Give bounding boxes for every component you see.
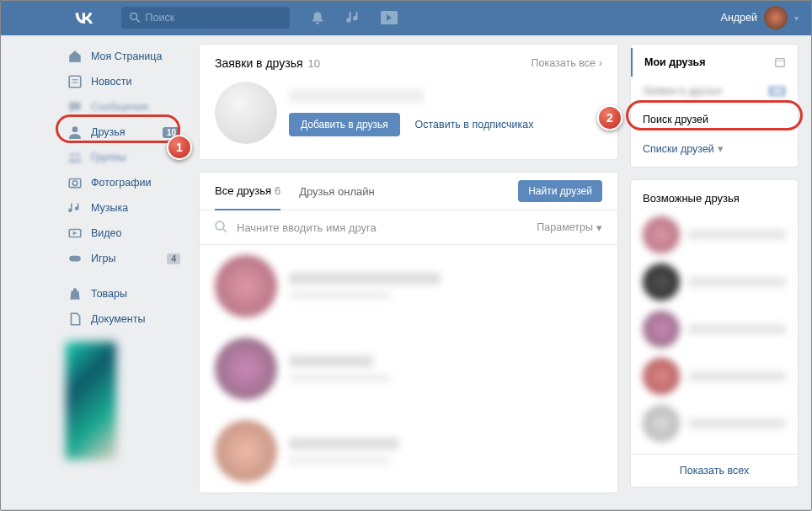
leave-subscriber-button[interactable]: Оставить в подписчиках bbox=[415, 119, 534, 130]
search-params-toggle[interactable]: Параметры ▾ bbox=[537, 221, 602, 234]
rnav-find-friends[interactable]: Поиск друзей 2 bbox=[631, 105, 798, 134]
requests-count: 10 bbox=[308, 57, 320, 70]
friend-row[interactable] bbox=[200, 410, 617, 492]
search-icon bbox=[130, 12, 141, 24]
possible-name-blurred bbox=[688, 324, 786, 334]
rnav-friend-lists[interactable]: Списки друзей ▾ bbox=[631, 134, 798, 163]
friend-name-blurred bbox=[289, 355, 373, 367]
find-friends-button[interactable]: Найти друзей bbox=[518, 180, 602, 202]
right-column: Мои друзья Заявки в друзья 10 Поиск друз… bbox=[630, 44, 799, 505]
possible-friend-row[interactable] bbox=[631, 400, 798, 447]
news-icon bbox=[67, 74, 83, 89]
svg-line-13 bbox=[223, 229, 227, 232]
friend-sub-blurred bbox=[289, 291, 390, 300]
music-note-icon bbox=[67, 200, 83, 216]
avatar bbox=[764, 6, 788, 29]
possible-friend-row[interactable] bbox=[631, 211, 798, 258]
possible-avatar bbox=[643, 216, 680, 253]
global-search[interactable] bbox=[121, 7, 290, 29]
svg-line-1 bbox=[136, 19, 140, 23]
search-icon bbox=[215, 221, 228, 234]
friend-name-blurred bbox=[289, 438, 398, 450]
friend-row[interactable] bbox=[200, 327, 617, 410]
nav-messages[interactable]: Сообщения bbox=[61, 94, 187, 120]
svg-point-9 bbox=[72, 181, 77, 186]
tab-all-friends[interactable]: Все друзья6 bbox=[215, 173, 280, 210]
nav-goods[interactable]: Товары bbox=[61, 281, 187, 306]
nav-videos[interactable]: Видео bbox=[61, 221, 187, 246]
home-icon bbox=[67, 49, 83, 64]
requests-title: Заявки в друзья bbox=[215, 56, 303, 70]
svg-rect-11 bbox=[69, 256, 81, 262]
requests-badge: 10 bbox=[768, 86, 786, 97]
nav-documents[interactable]: Документы bbox=[61, 306, 187, 332]
friends-list-card: Все друзья6 Друзья онлайн Найти друзей П… bbox=[199, 172, 618, 493]
calendar-icon bbox=[774, 56, 786, 68]
music-icon[interactable] bbox=[345, 10, 361, 25]
vk-logo[interactable] bbox=[74, 8, 94, 28]
tab-online-friends[interactable]: Друзья онлайн bbox=[299, 173, 374, 210]
friend-requests-card: Заявки в друзья 10 Показать все › Добави… bbox=[199, 44, 618, 160]
username-label: Андрей bbox=[721, 12, 757, 24]
svg-rect-14 bbox=[776, 59, 785, 67]
possible-name-blurred bbox=[688, 230, 786, 240]
possible-friends-card: Возможные друзья Показать всех bbox=[630, 179, 799, 487]
chevron-down-icon: ▾ bbox=[596, 221, 602, 234]
video-play-icon[interactable] bbox=[381, 11, 398, 24]
possible-friend-row[interactable] bbox=[631, 258, 798, 306]
possible-friend-row[interactable] bbox=[631, 353, 798, 400]
friend-search-input[interactable] bbox=[237, 221, 537, 234]
requester-name-blurred bbox=[289, 89, 424, 103]
nav-news[interactable]: Новости bbox=[61, 69, 187, 94]
nav-games[interactable]: Игры 4 bbox=[61, 246, 187, 271]
svg-point-0 bbox=[131, 13, 137, 20]
search-input[interactable] bbox=[146, 12, 281, 24]
camera-icon bbox=[67, 175, 83, 190]
rnav-my-friends[interactable]: Мои друзья bbox=[631, 48, 798, 77]
show-all-link[interactable]: Показать все › bbox=[532, 57, 602, 69]
nav-my-page[interactable]: Моя Страница bbox=[61, 44, 187, 69]
friend-avatar bbox=[215, 338, 277, 400]
requester-avatar[interactable] bbox=[215, 82, 277, 144]
nav-photos[interactable]: Фотографии bbox=[61, 170, 187, 195]
possible-friend-row[interactable] bbox=[631, 306, 798, 353]
svg-rect-2 bbox=[69, 76, 81, 88]
nav-friends[interactable]: Друзья 10 1 bbox=[61, 120, 187, 145]
possible-name-blurred bbox=[688, 418, 786, 428]
show-all-possible-link[interactable]: Показать всех bbox=[631, 454, 798, 487]
user-menu[interactable]: Андрей ▾ bbox=[721, 6, 799, 29]
svg-point-5 bbox=[72, 126, 78, 132]
svg-point-7 bbox=[76, 152, 80, 157]
bag-icon bbox=[67, 286, 83, 301]
possible-avatar bbox=[643, 358, 680, 395]
messages-icon bbox=[67, 99, 83, 114]
right-nav-card: Мои друзья Заявки в друзья 10 Поиск друз… bbox=[630, 44, 799, 168]
possible-avatar bbox=[643, 311, 680, 348]
friends-icon bbox=[67, 125, 83, 140]
gamepad-icon bbox=[67, 251, 83, 266]
chevron-down-icon: ▾ bbox=[718, 142, 724, 155]
friend-sub-blurred bbox=[289, 456, 390, 465]
nav-groups[interactable]: Группы bbox=[61, 145, 187, 170]
sidebar-widget-blurred bbox=[66, 342, 116, 460]
main-column: Заявки в друзья 10 Показать все › Добави… bbox=[199, 44, 618, 505]
svg-point-12 bbox=[216, 221, 224, 230]
possible-name-blurred bbox=[688, 277, 786, 287]
friend-avatar bbox=[215, 420, 277, 482]
possible-avatar bbox=[643, 263, 680, 301]
friend-avatar bbox=[215, 255, 277, 317]
chevron-down-icon: ▾ bbox=[794, 13, 799, 23]
notifications-icon[interactable] bbox=[310, 10, 325, 25]
groups-icon bbox=[67, 150, 83, 165]
svg-point-6 bbox=[70, 152, 74, 157]
annotation-number-2: 2 bbox=[597, 105, 622, 130]
friend-row[interactable] bbox=[200, 245, 617, 327]
rnav-requests[interactable]: Заявки в друзья 10 bbox=[631, 77, 798, 105]
top-bar: Андрей ▾ bbox=[0, 0, 812, 35]
friend-name-blurred bbox=[289, 273, 441, 285]
nav-music[interactable]: Музыка bbox=[61, 195, 187, 221]
add-friend-button[interactable]: Добавить в друзья bbox=[289, 113, 400, 136]
chevron-right-icon: › bbox=[599, 57, 602, 69]
games-badge: 4 bbox=[167, 253, 180, 264]
possible-avatar bbox=[643, 405, 680, 442]
